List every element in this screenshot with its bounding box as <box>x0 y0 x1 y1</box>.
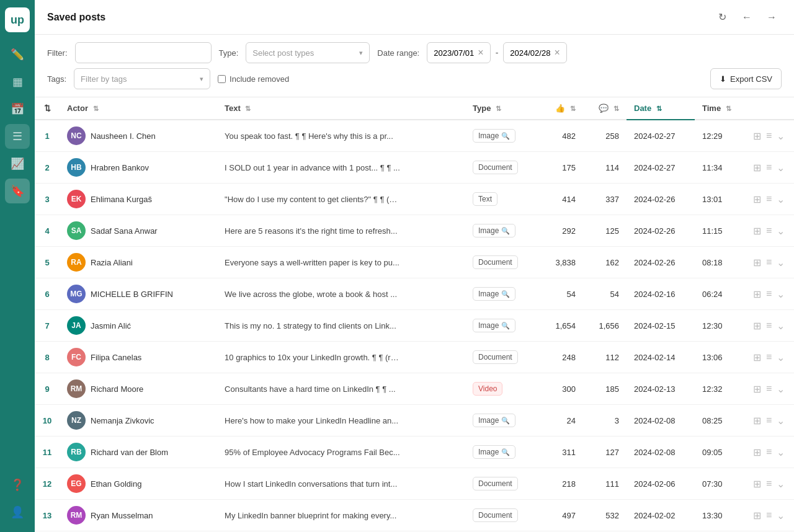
forward-button[interactable]: → <box>762 7 782 27</box>
include-removed-label[interactable]: Include removed <box>218 74 289 84</box>
type-badge: Image 🔍 <box>473 319 515 332</box>
sort-rows-icon[interactable]: ⇅ <box>44 104 51 113</box>
export-csv-button[interactable]: ⬇ Export CSV <box>710 68 782 89</box>
row-menu-button[interactable]: ≡ <box>765 129 773 143</box>
row-expand-button[interactable]: ⌄ <box>775 129 786 143</box>
row-expand-button[interactable]: ⌄ <box>775 287 786 301</box>
tags-select[interactable]: Filter by tags ▾ <box>74 68 210 89</box>
avatar: JA <box>67 316 86 335</box>
actor-cell: EK Ehlimana Kurgaš <box>60 184 217 215</box>
search-icon: 🔍 <box>501 227 510 235</box>
row-num: 7 <box>35 310 60 342</box>
row-menu-button[interactable]: ≡ <box>765 319 773 332</box>
sidebar-item-dashboard[interactable]: ▦ <box>5 69 30 94</box>
post-text: How I start LinkedIn conversations that … <box>217 468 465 500</box>
sidebar-item-stats[interactable]: 📈 <box>5 151 30 176</box>
row-expand-button[interactable]: ⌄ <box>775 414 786 428</box>
search-icon: 🔍 <box>501 132 510 140</box>
likes-count: 218 <box>540 468 583 500</box>
actor-cell: JA Jasmin Alić <box>60 310 217 342</box>
row-menu-button[interactable]: ≡ <box>765 414 773 427</box>
include-removed-checkbox[interactable] <box>218 75 226 83</box>
sidebar-item-saved[interactable]: 🔖 <box>5 179 30 203</box>
row-expand-button[interactable]: ⌄ <box>775 255 786 270</box>
row-bookmark-button[interactable]: ⊞ <box>752 192 762 206</box>
avatar: RM <box>67 506 86 525</box>
row-bookmark-button[interactable]: ⊞ <box>752 287 762 301</box>
col-header-type[interactable]: Type ⇅ <box>465 97 540 120</box>
tags-label: Tags: <box>47 74 66 84</box>
row-menu-button[interactable]: ≡ <box>765 255 773 269</box>
row-actions: ⊞ ≡ ⌄ <box>744 342 794 373</box>
type-select[interactable]: Select post types ▾ <box>246 42 370 63</box>
post-time: 12:29 <box>695 120 744 152</box>
actor-cell: MG MICHELLE B GRIFFIN <box>60 278 217 310</box>
row-menu-button[interactable]: ≡ <box>765 445 773 459</box>
row-menu-button[interactable]: ≡ <box>765 382 773 396</box>
row-menu-button[interactable]: ≡ <box>765 287 773 301</box>
table-row: 13 RM Ryan Musselman My LinkedIn banner … <box>35 500 794 531</box>
type-sort-icon: ⇅ <box>496 105 501 112</box>
sidebar-item-profile[interactable]: 👤 <box>5 500 30 525</box>
row-num: 5 <box>35 247 60 278</box>
type-badge: Image 🔍 <box>473 224 515 237</box>
row-expand-button[interactable]: ⌄ <box>775 382 786 396</box>
row-expand-button[interactable]: ⌄ <box>775 445 786 459</box>
post-date: 2024-02-14 <box>627 342 695 373</box>
filter-input[interactable] <box>75 42 212 63</box>
actor-name: Nemanja Zivkovic <box>91 416 154 425</box>
row-num: 12 <box>35 468 60 500</box>
row-menu-button[interactable]: ≡ <box>765 508 773 522</box>
row-bookmark-button[interactable]: ⊞ <box>752 414 762 428</box>
row-expand-button[interactable]: ⌄ <box>775 350 786 365</box>
row-bookmark-button[interactable]: ⊞ <box>752 255 762 270</box>
row-expand-button[interactable]: ⌄ <box>775 319 786 333</box>
sidebar-item-help[interactable]: ❓ <box>5 472 30 497</box>
sidebar-item-edit[interactable]: ✏️ <box>5 42 30 67</box>
actor-cell: FC Filipa Canelas <box>60 342 217 373</box>
row-bookmark-button[interactable]: ⊞ <box>752 350 762 365</box>
back-button[interactable]: ← <box>737 7 757 27</box>
type-cell: Document <box>465 500 540 531</box>
table-row: 1 NC Nausheen I. Chen You speak too fast… <box>35 120 794 152</box>
sidebar-item-library[interactable]: ☰ <box>5 124 30 149</box>
row-expand-button[interactable]: ⌄ <box>775 192 786 206</box>
row-bookmark-button[interactable]: ⊞ <box>752 224 762 238</box>
likes-count: 175 <box>540 152 583 184</box>
row-menu-button[interactable]: ≡ <box>765 161 773 174</box>
row-bookmark-button[interactable]: ⊞ <box>752 161 762 175</box>
row-expand-button[interactable]: ⌄ <box>775 161 786 175</box>
comments-count: 114 <box>583 152 627 184</box>
actor-cell: RM Richard Moore <box>60 373 217 405</box>
row-bookmark-button[interactable]: ⊞ <box>752 382 762 396</box>
page-title: Saved posts <box>47 12 712 23</box>
col-header-likes[interactable]: 👍 ⇅ <box>540 97 583 120</box>
row-bookmark-button[interactable]: ⊞ <box>752 445 762 459</box>
row-menu-button[interactable]: ≡ <box>765 477 773 490</box>
col-header-comments[interactable]: 💬 ⇅ <box>583 97 627 120</box>
row-expand-button[interactable]: ⌄ <box>775 508 786 523</box>
row-bookmark-button[interactable]: ⊞ <box>752 508 762 523</box>
row-menu-button[interactable]: ≡ <box>765 192 773 206</box>
table-row: 12 EG Ethan Golding How I start LinkedIn… <box>35 468 794 500</box>
col-header-actor[interactable]: Actor ⇅ <box>60 97 217 120</box>
row-bookmark-button[interactable]: ⊞ <box>752 477 762 491</box>
col-header-time[interactable]: Time ⇅ <box>695 97 744 120</box>
post-text: I SOLD out 1 year in advance with 1 post… <box>217 152 465 184</box>
row-bookmark-button[interactable]: ⊞ <box>752 319 762 333</box>
date-end-clear[interactable]: × <box>554 48 560 58</box>
row-menu-button[interactable]: ≡ <box>765 350 773 364</box>
date-start-clear[interactable]: × <box>478 48 483 58</box>
col-header-text[interactable]: Text ⇅ <box>217 97 465 120</box>
row-expand-button[interactable]: ⌄ <box>775 224 786 238</box>
row-bookmark-button[interactable]: ⊞ <box>752 129 762 143</box>
search-icon: 🔍 <box>501 417 510 425</box>
row-menu-button[interactable]: ≡ <box>765 224 773 237</box>
col-header-num: ⇅ <box>35 97 60 120</box>
col-header-date[interactable]: Date ⇅ <box>627 97 695 120</box>
table-row: 3 EK Ehlimana Kurgaš "How do I use my co… <box>35 184 794 215</box>
refresh-button[interactable]: ↻ <box>712 7 732 27</box>
app-logo[interactable]: up <box>5 7 30 32</box>
row-expand-button[interactable]: ⌄ <box>775 477 786 491</box>
sidebar-item-calendar[interactable]: 📅 <box>5 97 30 122</box>
